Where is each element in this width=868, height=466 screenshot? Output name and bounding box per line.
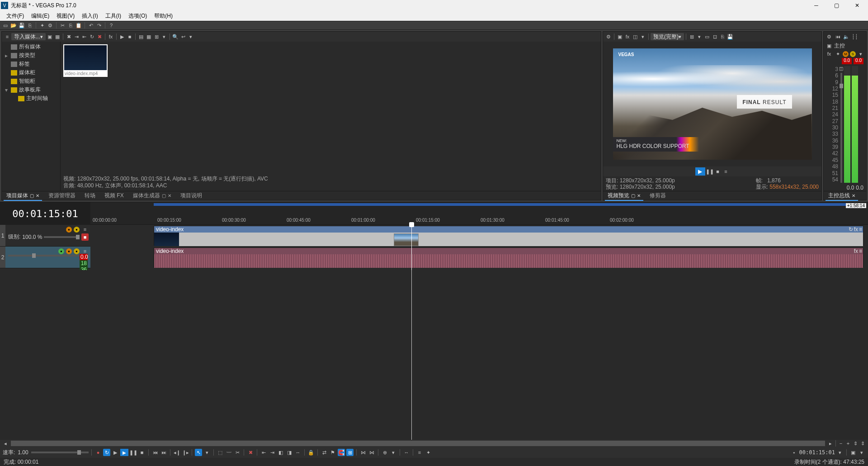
menu-help[interactable]: 帮助(H)	[151, 11, 176, 21]
tab-video-preview[interactable]: 视频预览▢✕	[603, 191, 645, 200]
track-mute-icon[interactable]: ●	[66, 227, 72, 233]
more-icon[interactable]: ▾	[187, 33, 194, 40]
cursor-timecode[interactable]: 00:01:15:01	[799, 449, 835, 456]
rec-arm-icon[interactable]: ■	[81, 233, 89, 241]
add-track-icon[interactable]: ⊕	[381, 449, 388, 456]
help-icon[interactable]: ?	[108, 22, 115, 29]
grid-icon2[interactable]: ⊞	[688, 33, 695, 40]
view-detail-icon[interactable]: ⊞	[153, 33, 160, 40]
track-menu-icon[interactable]: ≡	[81, 226, 89, 233]
maximize-tl-icon[interactable]: ▣	[849, 449, 857, 456]
autocross-icon[interactable]: ⋈	[368, 449, 375, 456]
tree-main-timeline[interactable]: 主时间轴	[3, 94, 59, 103]
track-solo-icon[interactable]: ●	[74, 227, 80, 233]
tab-notes[interactable]: 项目说明	[176, 191, 207, 200]
preview-viewport[interactable]: VEGAS FINAL RESULT NEW: HLG HDR COLOR SU…	[603, 42, 821, 166]
star-icon[interactable]: ✦	[425, 449, 432, 456]
tool-select-icon[interactable]: ⬚	[217, 449, 224, 456]
tool-slip-icon[interactable]: ↔	[294, 449, 302, 456]
track-solo-icon[interactable]: ●	[74, 248, 80, 254]
copy2-icon[interactable]: ⎘	[719, 33, 726, 40]
stop-icon[interactable]: ■	[126, 33, 133, 40]
go-end-button[interactable]: ⏭	[160, 449, 167, 456]
maximize-button[interactable]: ▢	[826, 0, 847, 11]
remove-icon[interactable]: ✖	[65, 33, 72, 40]
tc-menu-icon[interactable]: ▾	[836, 449, 844, 456]
tl-play-button[interactable]: ▶	[120, 449, 128, 456]
media-thumbnail[interactable]: video-index.mp4	[63, 44, 108, 77]
menu-view[interactable]: 视图(V)	[53, 11, 78, 21]
copy-icon[interactable]: ⎘	[67, 22, 74, 29]
trim-start-icon[interactable]: ⇤	[260, 449, 267, 456]
render-icon[interactable]: ⎘	[26, 22, 33, 29]
tree-by-type[interactable]: ▸按类型	[3, 51, 59, 60]
overlay-icon[interactable]: ▭	[703, 33, 711, 40]
dropdown4-icon[interactable]: ▾	[203, 449, 211, 456]
marker-b-icon[interactable]: ◨	[286, 449, 293, 456]
zoom-out-icon[interactable]: −	[837, 440, 844, 447]
view-grid-icon[interactable]: ▦	[145, 33, 152, 40]
snap-icon[interactable]: 🧲	[338, 449, 345, 456]
prev-frame-button[interactable]: ◂❙	[173, 449, 180, 456]
undo-icon[interactable]: ↶	[87, 22, 94, 29]
audio-clip[interactable]: video-index fx≡	[154, 247, 863, 267]
zoom-height-in-icon[interactable]: ⇕	[859, 440, 866, 447]
play-icon[interactable]: ▶	[118, 33, 126, 40]
timecode-display[interactable]: 00:01:15:01	[0, 202, 90, 225]
level-slider[interactable]	[44, 236, 80, 238]
import-media-button[interactable]: 导入媒体... ▾	[11, 33, 46, 40]
dropdown5-icon[interactable]: ▾	[390, 449, 397, 456]
tab-generators[interactable]: 媒体生成器▢✕	[128, 191, 176, 200]
preview-menu-icon[interactable]: ≡	[722, 168, 730, 175]
crossfade-icon[interactable]: ⋈	[359, 449, 367, 456]
marker-a-icon[interactable]: ◧	[277, 449, 284, 456]
tree-bins[interactable]: 媒体柜	[3, 68, 59, 77]
ext-monitor-icon[interactable]: ▣	[616, 33, 623, 40]
insert-fx-icon[interactable]: fx	[826, 50, 833, 57]
scroll-left-icon[interactable]: ◂	[2, 440, 9, 447]
redo-icon[interactable]: ↷	[95, 22, 103, 29]
auto-ripple-icon[interactable]: ⇄	[321, 449, 328, 456]
video-track-header[interactable]: 1 ●●≡ 级别:100.0 %■	[0, 225, 90, 247]
safe-icon[interactable]: ⊡	[711, 33, 718, 40]
out-icon[interactable]: ⇤	[80, 33, 88, 40]
clip-menu-icon[interactable]: ≡	[859, 248, 862, 254]
clip-loop-icon[interactable]: ↻	[849, 226, 853, 233]
minimize-button[interactable]: ─	[806, 0, 826, 11]
dropdown2-icon[interactable]: ▾	[639, 33, 646, 40]
meter-mute-icon[interactable]: 🔈	[843, 33, 850, 40]
save2-icon[interactable]: 💾	[726, 33, 734, 40]
timeline-ruler[interactable]: +1:58:14 00:00:00:00 00:00:15:00 00:00:3…	[90, 202, 868, 225]
properties-icon[interactable]: ✦	[38, 22, 46, 29]
clip-fx-icon[interactable]: fx	[854, 248, 858, 254]
in-icon[interactable]: ⇥	[73, 33, 80, 40]
loop-button[interactable]: ↻	[103, 449, 110, 456]
zoom-height-out-icon[interactable]: ⇕	[852, 440, 859, 447]
view-list-icon[interactable]: ▤	[137, 33, 145, 40]
track-auto-icon[interactable]: ●	[58, 248, 64, 254]
settings-icon[interactable]: ⚙	[47, 22, 54, 29]
rate-slider[interactable]	[31, 452, 89, 453]
tab-explorer[interactable]: 资源管理器	[44, 191, 80, 200]
tree-all-media[interactable]: 所有媒体	[3, 43, 59, 51]
track-mute-icon[interactable]: ●	[66, 248, 72, 254]
menu-options[interactable]: 选项(O)	[125, 11, 151, 21]
peak-right[interactable]: 0.0	[854, 58, 863, 64]
get-media-icon[interactable]: ▦	[54, 33, 61, 40]
quantize-icon[interactable]: ⊞	[346, 449, 354, 456]
cut-icon[interactable]: ✂	[59, 22, 66, 29]
more2-icon[interactable]: ▾	[857, 50, 864, 57]
menu-tools[interactable]: 工具(I)	[102, 11, 125, 21]
search-icon[interactable]: 🔍	[172, 33, 179, 40]
cancel-icon[interactable]: ✖	[96, 33, 103, 40]
tl-pause-button[interactable]: ❚❚	[130, 449, 137, 456]
play-start-button[interactable]: ▶	[112, 449, 119, 456]
close-button[interactable]: ✕	[847, 0, 867, 11]
menu-edit[interactable]: 编辑(E)	[28, 11, 53, 21]
tree-tags[interactable]: 标签	[3, 60, 59, 68]
prev-settings-icon[interactable]: ⚙	[605, 33, 612, 40]
preview-quality-dropdown[interactable]: 预览(完整) ▾	[651, 33, 684, 40]
list-icon[interactable]: ≡	[416, 449, 423, 456]
close-tab-icon[interactable]: ✕	[36, 193, 39, 198]
tree-smart-bins[interactable]: 智能柜	[3, 77, 59, 86]
